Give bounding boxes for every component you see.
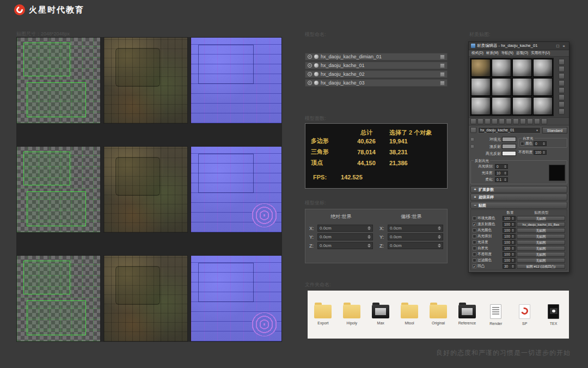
get-material-icon[interactable]: [470, 118, 476, 124]
spinner-icon[interactable]: [512, 241, 514, 244]
visibility-eye-icon[interactable]: [308, 81, 312, 85]
rollout-bar-maps[interactable]: − 贴图: [470, 202, 567, 209]
assign-to-selection-icon[interactable]: [485, 118, 491, 124]
go-forward-to-sibling-icon[interactable]: [541, 118, 547, 124]
map-slot-button[interactable]: 无贴图: [517, 252, 565, 257]
row-action-icon[interactable]: [440, 72, 445, 77]
map-enable-checkbox[interactable]: [473, 258, 476, 262]
spinner-icon[interactable]: [367, 244, 371, 248]
spinner-icon[interactable]: [512, 229, 514, 232]
map-slot-button[interactable]: 无贴图: [517, 270, 565, 270]
spinner-icon[interactable]: [438, 235, 441, 239]
opacity-input[interactable]: 100: [534, 150, 547, 155]
map-amount-input[interactable]: 100: [503, 234, 516, 239]
map-enable-checkbox[interactable]: [473, 234, 476, 238]
maximize-button[interactable]: □: [555, 44, 561, 49]
coord-input[interactable]: 0.0cm: [317, 233, 373, 240]
rollout-expand-icon[interactable]: −: [473, 203, 477, 207]
material-id-channel-icon[interactable]: [513, 118, 519, 124]
folder-item[interactable]: Original: [424, 305, 453, 325]
menu-item[interactable]: 材质(M): [486, 51, 499, 56]
folder-icon[interactable]: [343, 305, 360, 318]
self-illum-checkbox[interactable]: [520, 142, 524, 146]
make-preview-icon[interactable]: [559, 94, 565, 100]
folder-item[interactable]: Export: [309, 305, 338, 325]
select-by-material-icon[interactable]: [559, 108, 565, 114]
material-sample-sphere[interactable]: [533, 97, 553, 115]
diffuse-color-swatch[interactable]: [502, 144, 516, 149]
material-sample-sphere[interactable]: [492, 78, 511, 96]
sample-type-icon[interactable]: [559, 59, 565, 65]
map-slot-button[interactable]: 无贴图: [517, 228, 565, 233]
visibility-eye-icon[interactable]: [308, 63, 312, 68]
put-to-library-icon[interactable]: [506, 118, 512, 124]
row-action-icon[interactable]: [440, 63, 445, 68]
ambient-color-swatch[interactable]: [502, 137, 516, 142]
spinner-icon[interactable]: [512, 247, 514, 250]
go-to-parent-icon[interactable]: [534, 118, 540, 124]
background-icon[interactable]: [559, 73, 565, 79]
menu-item[interactable]: 导航(N): [501, 51, 513, 56]
spinner-icon[interactable]: [504, 165, 506, 168]
map-slot-button[interactable]: 无贴图: [517, 258, 565, 263]
material-sample-sphere[interactable]: [492, 59, 511, 77]
coord-input[interactable]: 0.0cm: [317, 225, 373, 232]
material-sample-sphere[interactable]: [492, 97, 511, 115]
material-sample-sphere[interactable]: [471, 59, 491, 77]
folder-item[interactable]: Render: [481, 304, 510, 325]
map-slot-button[interactable]: 无贴图: [517, 240, 565, 245]
spinner-icon[interactable]: [543, 142, 545, 145]
display-dot-icon[interactable]: [314, 55, 318, 59]
put-to-scene-icon[interactable]: [477, 118, 483, 124]
coord-input[interactable]: 0.0cm: [388, 225, 443, 232]
object-list-item[interactable]: hx_daoju_kache_03: [305, 79, 448, 87]
material-sample-sphere[interactable]: [512, 97, 532, 115]
map-enable-checkbox[interactable]: [473, 228, 476, 232]
map-enable-checkbox[interactable]: [473, 216, 476, 220]
spinner-icon[interactable]: [367, 226, 371, 230]
display-dot-icon[interactable]: [314, 63, 318, 68]
map-slot-button[interactable]: 贴图 #12 (法线凹凸): [517, 264, 565, 269]
reset-map-icon[interactable]: [492, 118, 498, 124]
map-slot-button[interactable]: 无贴图: [517, 234, 565, 239]
shader-type-button[interactable]: Standard: [542, 127, 567, 134]
map-amount-input[interactable]: 100: [503, 216, 516, 221]
rollout-bar[interactable]: + 超级采样: [470, 194, 567, 201]
map-amount-input[interactable]: 100: [503, 252, 516, 257]
folder-item[interactable]: Reference: [452, 305, 481, 325]
menu-item[interactable]: 选项(O): [516, 51, 528, 56]
map-amount-input[interactable]: 100: [503, 240, 516, 245]
menu-item[interactable]: 模式(D): [471, 51, 483, 56]
map-amount-input[interactable]: 30: [503, 264, 516, 269]
show-end-result-icon[interactable]: [527, 118, 533, 124]
material-sample-sphere[interactable]: [471, 97, 491, 115]
coord-input[interactable]: 0.0cm: [388, 233, 443, 240]
spinner-icon[interactable]: [504, 178, 506, 181]
map-amount-input[interactable]: 100: [503, 246, 516, 251]
row-action-icon[interactable]: [440, 55, 445, 59]
spinner-icon[interactable]: [512, 259, 514, 262]
spinner-icon[interactable]: [512, 235, 514, 238]
spinner-icon[interactable]: [512, 223, 514, 226]
spinner-icon[interactable]: [367, 235, 371, 239]
coord-input[interactable]: 0.0cm: [388, 242, 443, 249]
material-name-dropdown[interactable]: hx_daoju_kache_01 ▼: [478, 127, 541, 134]
folder-icon[interactable]: [314, 305, 332, 318]
map-enable-checkbox[interactable]: [473, 222, 476, 226]
param-input[interactable]: 0: [495, 164, 508, 169]
object-list-item[interactable]: hx_daoju_kache_02: [305, 70, 448, 78]
material-sample-sphere[interactable]: [471, 78, 491, 96]
param-input[interactable]: 0.1: [495, 177, 508, 182]
map-enable-checkbox[interactable]: [473, 264, 476, 268]
lock-icon[interactable]: [470, 144, 474, 148]
options-icon[interactable]: [559, 101, 565, 107]
material-sample-sphere[interactable]: [512, 59, 532, 77]
material-sample-sphere[interactable]: [533, 78, 553, 96]
video-color-check-icon[interactable]: [559, 87, 565, 93]
coord-input[interactable]: 0.0cm: [317, 242, 373, 249]
make-unique-icon[interactable]: [499, 118, 505, 124]
folder-item[interactable]: Mtool: [395, 305, 424, 325]
rollout-expand-icon[interactable]: +: [473, 188, 477, 191]
folder-item[interactable]: TEX: [539, 304, 568, 325]
material-sample-sphere[interactable]: [512, 78, 532, 96]
